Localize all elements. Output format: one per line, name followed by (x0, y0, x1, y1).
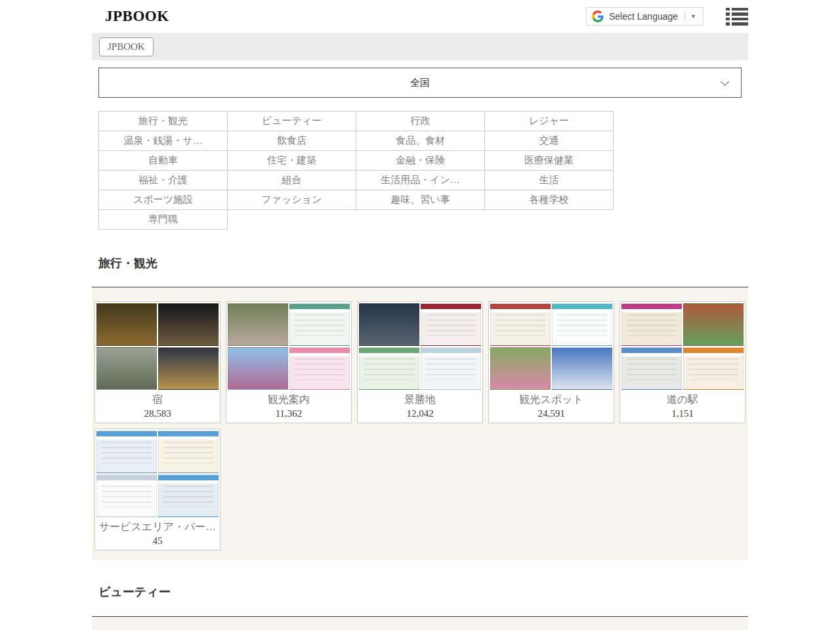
card-label: 景勝地 (359, 392, 481, 407)
category-link[interactable]: 各種学校 (484, 190, 614, 210)
card-count: 1,151 (621, 407, 744, 420)
category-link[interactable]: レジャー (484, 111, 614, 131)
site-thumbnail (96, 347, 157, 390)
divider (684, 11, 685, 22)
thumbnail-collage (490, 303, 612, 390)
site-thumbnail (289, 347, 350, 390)
section-panel (92, 617, 748, 630)
site-thumbnail (228, 303, 288, 346)
breadcrumb-home-button[interactable]: JPBOOK (99, 37, 154, 56)
site-thumbnail (228, 347, 288, 390)
site-card[interactable]: 宿28,583 (94, 301, 220, 423)
card-count: 28,583 (96, 407, 219, 420)
region-select-value: 全国 (410, 77, 430, 89)
site-thumbnail (359, 347, 419, 390)
card-label: 宿 (96, 392, 219, 407)
card-label: 観光スポット (490, 392, 612, 407)
page-container: JPBOOK Select Language ▼ (92, 0, 748, 630)
category-link[interactable]: 金融・保険 (356, 150, 485, 171)
site-thumbnail (621, 347, 682, 390)
category-link[interactable]: 趣味、習い事 (356, 190, 485, 210)
category-link[interactable]: 行政 (356, 111, 485, 131)
site-thumbnail (552, 303, 612, 346)
category-link[interactable]: 交通 (484, 131, 614, 151)
category-link[interactable]: 生活用品・イン… (356, 170, 485, 190)
site-thumbnail (421, 303, 481, 346)
site-thumbnail (359, 303, 419, 346)
category-link[interactable]: 旅行・観光 (98, 111, 228, 131)
site-thumbnail (158, 430, 219, 473)
site-thumbnail (621, 303, 682, 346)
thumbnail-collage (359, 303, 481, 390)
site-card[interactable]: 道の駅1,151 (620, 301, 746, 423)
category-link[interactable]: 福祉・介護 (98, 170, 228, 190)
section-title: ビューティー (98, 584, 748, 600)
site-thumbnail (158, 347, 219, 390)
chevron-down-icon (721, 77, 729, 86)
card-label: 観光案内 (228, 392, 350, 407)
header-right: Select Language ▼ (586, 7, 748, 26)
category-link[interactable]: 温泉・銭湯・サ… (98, 131, 228, 151)
site-thumbnail (96, 474, 157, 517)
header: JPBOOK Select Language ▼ (92, 0, 748, 33)
card-count: 24,591 (490, 407, 612, 420)
site-thumbnail (552, 347, 612, 390)
category-link[interactable]: 医療保健業 (484, 150, 614, 171)
category-link[interactable]: 専門職 (98, 209, 228, 230)
site-card[interactable]: 景勝地12,042 (357, 301, 483, 423)
category-link[interactable]: 住宅・建築 (227, 150, 356, 171)
site-thumbnail (158, 474, 219, 517)
card-label: サービスエリア・パー… (96, 520, 219, 534)
thumbnail-collage (621, 303, 744, 390)
category-link[interactable]: 生活 (484, 170, 614, 190)
card-grid: 宿28,583観光案内11,362景勝地12,042観光スポット24,591道の… (94, 301, 746, 551)
google-logo-icon (592, 10, 604, 22)
category-link[interactable]: 組合 (227, 170, 356, 190)
site-thumbnail (96, 430, 157, 473)
region-select[interactable]: 全国 (98, 68, 742, 98)
site-thumbnail (421, 347, 481, 390)
category-link[interactable]: 食品、食材 (356, 131, 485, 151)
site-thumbnail (683, 303, 744, 346)
section-beauty: ビューティー (92, 584, 748, 630)
thumbnail-collage (228, 303, 350, 390)
category-link[interactable]: ファッション (227, 190, 356, 210)
card-count: 11,362 (228, 407, 350, 420)
site-thumbnail (158, 303, 219, 346)
section-panel: 宿28,583観光案内11,362景勝地12,042観光スポット24,591道の… (92, 287, 748, 560)
site-card[interactable]: 観光スポット24,591 (488, 301, 614, 423)
card-count: 45 (96, 534, 219, 547)
section-title: 旅行・観光 (98, 255, 748, 271)
category-link[interactable]: ビューティー (227, 111, 356, 131)
site-card[interactable]: サービスエリア・パー…45 (94, 429, 220, 551)
thumbnail-collage (96, 303, 219, 390)
category-link[interactable]: スポーツ施設 (98, 190, 228, 210)
card-count: 12,042 (359, 407, 481, 420)
site-thumbnail (490, 347, 551, 390)
translate-label: Select Language (609, 11, 678, 22)
category-link[interactable]: 自動車 (98, 150, 228, 171)
section-travel: 旅行・観光 宿28,583観光案内11,362景勝地12,042観光スポット24… (92, 255, 748, 560)
breadcrumb: JPBOOK (92, 33, 748, 60)
category-grid: 旅行・観光ビューティー行政レジャー温泉・銭湯・サ…飲食店食品、食材交通自動車住宅… (99, 112, 742, 230)
thumbnail-collage (96, 430, 219, 517)
list-menu-icon[interactable] (726, 7, 748, 26)
site-thumbnail (683, 347, 744, 390)
site-card[interactable]: 観光案内11,362 (226, 301, 352, 423)
site-thumbnail (96, 303, 157, 346)
site-title[interactable]: JPBOOK (105, 8, 169, 25)
card-label: 道の駅 (621, 392, 744, 407)
category-link[interactable]: 飲食店 (227, 131, 356, 151)
google-translate-widget[interactable]: Select Language ▼ (586, 7, 704, 26)
site-thumbnail (490, 303, 551, 346)
site-thumbnail (289, 303, 350, 346)
dropdown-arrow-icon: ▼ (690, 13, 698, 20)
